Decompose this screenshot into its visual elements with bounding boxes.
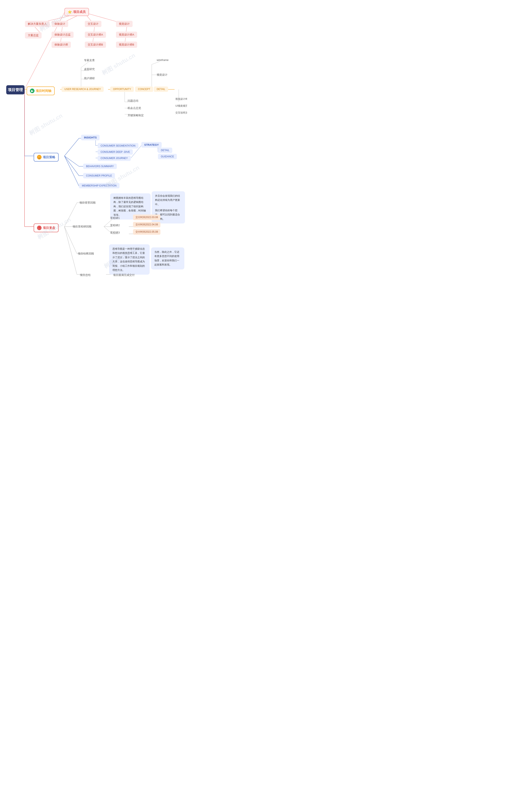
stage-concept: CONCEPT <box>135 86 153 92</box>
stage-opportunity: OPPORTUNITY <box>110 86 134 92</box>
root-label: 项目管理 <box>8 87 23 92</box>
ur-item-2: 桌面研究 <box>81 66 98 72</box>
milestone-3-label: 里程碑3 <box>110 231 120 234</box>
background-review-label: 项目背景回顾 <box>77 199 99 206</box>
branch-tiyan-designer: 体验设计师 <box>52 42 71 48</box>
summary-label: 项目总结 <box>77 272 94 278</box>
section-members-node: ⭐ 项目成员 <box>64 8 89 16</box>
watermark-3: 树图 shutu.cn <box>28 112 64 137</box>
milestone-1-label: 里程碑1 <box>110 216 120 220</box>
result-text-1: 思维导图是一种用于捕获信息和想法的视觉思维工具，它显示了层次，显示了想法之间的关… <box>109 244 150 275</box>
members-icon: ⭐ <box>68 10 72 14</box>
milestone-1-date: 交付时间2022.03.08 <box>133 214 161 220</box>
members-label: 项目成员 <box>73 10 86 14</box>
svg-line-49 <box>64 156 79 186</box>
branch-visual-designer-b: 视觉设计师B <box>116 42 137 48</box>
section-strategy-node: 🏆 项目策略 <box>34 153 59 162</box>
svg-line-66 <box>64 227 77 254</box>
strategy-detail: DETAIL <box>158 148 172 153</box>
review-label: 项目复盘 <box>43 226 55 230</box>
branch-tiyan-general: 体验设计总监 <box>52 32 73 38</box>
opp-item-1: 问题总结 <box>125 98 141 104</box>
milestone-3-date: 交付时间2022.05.08 <box>133 229 161 235</box>
concept-item-1: wireframe <box>154 57 171 63</box>
timeline-label: 项目时间轴 <box>36 89 51 93</box>
opp-item-2: 机会点总览 <box>125 105 144 111</box>
behaviors-summary: BEHAVIORS SUMMARY <box>83 164 117 169</box>
strategy-group-node: STRATEGY <box>141 142 162 148</box>
timeline-icon: ▶ <box>30 88 34 93</box>
branch-ia-designer-b: 交互设计师B <box>85 42 106 48</box>
section-review-node: 🚩 项目复盘 <box>34 224 59 232</box>
branch-solution-manager: 解决方案负责人 <box>25 21 50 27</box>
result-text-2: 当然，除此之外，它还有更多意想不到的使用场景，欢迎你和我们一起探索和发现。 <box>151 247 184 270</box>
branch-interactive-design: 交互设计 <box>85 21 101 27</box>
svg-line-47 <box>64 156 79 176</box>
consumer-segmentation: CONSUMER SEGMENTATION <box>98 143 138 148</box>
review-icon: 🚩 <box>37 226 41 230</box>
detail-item-2: UI视觉规范 <box>172 103 187 109</box>
result-review-label: 项目结果回顾 <box>75 250 97 257</box>
ur-item-3: 用户调研 <box>81 75 98 81</box>
strategy-guidance: GUIDANCE <box>158 154 177 159</box>
concept-item-2: 视觉设计 <box>154 72 170 78</box>
stage-detail: DETAIL <box>154 86 168 92</box>
section-timeline-node: ▶ 项目时间轴 <box>27 86 55 95</box>
ur-item-1: 专家走查 <box>81 57 98 63</box>
branch-ia-designer-a: 交互设计师A <box>85 32 106 38</box>
svg-line-34 <box>64 138 79 156</box>
consumer-profile: CONSUMER PROFILE <box>83 173 115 178</box>
milestone-review-label: 项目里程碑回顾 <box>70 224 94 230</box>
membership-expectation: MEMBERSHIP EXPECTATION <box>79 183 119 188</box>
summary-sub: 项目圆满完成交付 <box>110 272 137 278</box>
milestone-2-label: 里程碑2 <box>110 224 120 227</box>
consumer-deep-dive: CONSUMER DEEP -DIVE <box>98 149 133 155</box>
detail-item-3: 交互说明文档 <box>172 110 187 116</box>
opp-item-3: 关键策略制定 <box>125 112 147 118</box>
watermark-2: 树图 shutu.cn <box>100 51 137 77</box>
insights-node: INSIGHTS <box>81 135 100 140</box>
branch-visual-design: 视觉设计 <box>116 21 133 27</box>
svg-line-45 <box>64 156 79 166</box>
milestone-2-date: 交付时间2022.04.08 <box>133 222 161 227</box>
strategy-label: 项目策略 <box>43 155 55 159</box>
strategy-icon: 🏆 <box>37 155 41 160</box>
stage-user-research: USER RESEARCH & JOURNEY <box>62 86 104 92</box>
detail-item-1: 视觉设计终稿 <box>172 96 187 102</box>
consumer-journey: CONSUMER JOURNEY <box>98 156 131 161</box>
branch-tiyan-design: 体验设计 <box>52 21 68 27</box>
branch-fanganzongjian: 方案总监 <box>25 32 41 38</box>
svg-line-53 <box>64 203 77 227</box>
branch-visual-designer-a: 视觉设计师A <box>116 32 137 38</box>
root-node: 项目管理 <box>6 85 24 94</box>
svg-line-69 <box>64 227 77 274</box>
